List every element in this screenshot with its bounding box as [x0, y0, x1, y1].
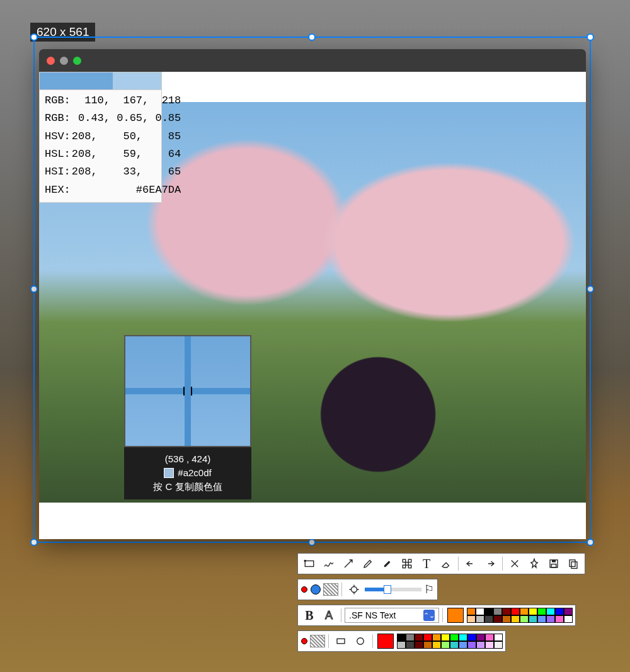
- hsl-label: HSL:: [45, 146, 71, 162]
- palette-cell[interactable]: [432, 641, 441, 649]
- palette-cell[interactable]: [467, 608, 476, 615]
- stroke-thick-icon[interactable]: [311, 584, 321, 595]
- palette-cell[interactable]: [450, 641, 459, 649]
- svg-point-15: [357, 638, 364, 645]
- resize-handle-tl[interactable]: [30, 33, 38, 41]
- arrow-tool[interactable]: [340, 555, 357, 572]
- redo-button[interactable]: [481, 555, 499, 572]
- close-window-icon[interactable]: [47, 57, 55, 65]
- palette-cell[interactable]: [484, 615, 493, 623]
- palette-cell[interactable]: [467, 615, 476, 623]
- highlighter-tool[interactable]: [379, 555, 396, 572]
- palette-cell[interactable]: [432, 634, 441, 641]
- palette-cell[interactable]: [415, 641, 423, 649]
- palette-cell[interactable]: [485, 641, 494, 649]
- palette-cell[interactable]: [397, 634, 406, 641]
- rect-tool[interactable]: [301, 555, 318, 572]
- circle-outline-icon[interactable]: [352, 633, 369, 649]
- palette-cell[interactable]: [529, 608, 537, 615]
- palette-cell[interactable]: [476, 641, 485, 649]
- palette-cell[interactable]: [485, 634, 494, 641]
- fill-color-swatch[interactable]: [377, 634, 394, 649]
- resize-handle-tr[interactable]: [587, 33, 594, 41]
- palette-cell[interactable]: [476, 634, 485, 641]
- palette-cell[interactable]: [423, 641, 432, 649]
- hatch-pattern2-icon[interactable]: [310, 635, 325, 647]
- save-button[interactable]: [545, 555, 563, 572]
- zoom-window-icon[interactable]: [73, 57, 81, 65]
- svg-point-13: [352, 587, 357, 593]
- eraser-tool[interactable]: [437, 555, 455, 572]
- palette-cell[interactable]: [484, 608, 493, 615]
- hsi-value: 208, 33, 65: [72, 164, 185, 180]
- palette-cell[interactable]: [441, 634, 450, 641]
- palette-cell[interactable]: [555, 608, 564, 615]
- palette-cell[interactable]: [406, 641, 415, 649]
- dot-small-icon[interactable]: [301, 638, 307, 644]
- palette-cell[interactable]: [415, 634, 423, 641]
- rgb-float-label: RGB:: [45, 110, 71, 127]
- palette-cell[interactable]: [450, 634, 459, 641]
- palette-cell[interactable]: [546, 615, 555, 623]
- outline-button[interactable]: A: [320, 607, 338, 624]
- palette-cell[interactable]: [529, 615, 537, 623]
- pin-button[interactable]: [525, 555, 543, 572]
- palette-cell[interactable]: [467, 641, 476, 649]
- resize-handle-br[interactable]: [587, 538, 594, 546]
- palette-cell[interactable]: [564, 608, 573, 615]
- palette-cell[interactable]: [564, 615, 573, 623]
- palette-cell[interactable]: [537, 615, 546, 623]
- palette-cell[interactable]: [493, 608, 502, 615]
- window-titlebar: [39, 49, 586, 72]
- palette-cell[interactable]: [459, 634, 467, 641]
- resize-handle-bc[interactable]: [308, 538, 316, 546]
- font-select[interactable]: .SF NS Text ⌃⌄: [345, 608, 439, 623]
- palette-cell[interactable]: [520, 608, 529, 615]
- palette-cell[interactable]: [555, 615, 564, 623]
- palette-cell[interactable]: [520, 615, 529, 623]
- svg-rect-12: [571, 562, 577, 569]
- bold-button[interactable]: B: [301, 607, 318, 624]
- stroke-thin-icon[interactable]: [301, 586, 307, 593]
- text-tool[interactable]: T: [418, 555, 435, 572]
- palette-cell[interactable]: [441, 641, 450, 649]
- palette-cell[interactable]: [546, 608, 555, 615]
- palette-cell[interactable]: [494, 634, 503, 641]
- hex-label: HEX:: [45, 182, 71, 198]
- shape-color-palette[interactable]: [397, 634, 503, 649]
- text-color-swatch[interactable]: [447, 608, 464, 623]
- pen-tool[interactable]: [359, 555, 377, 572]
- text-color-palette[interactable]: [467, 608, 573, 623]
- palette-cell[interactable]: [397, 641, 406, 649]
- palette-cell[interactable]: [502, 608, 511, 615]
- palette-cell[interactable]: [494, 641, 503, 649]
- separator: [341, 608, 341, 622]
- palette-cell[interactable]: [537, 608, 546, 615]
- undo-button[interactable]: [462, 555, 479, 572]
- palette-cell[interactable]: [476, 608, 484, 615]
- close-button[interactable]: [506, 555, 524, 572]
- palette-cell[interactable]: [459, 641, 467, 649]
- palette-cell[interactable]: [511, 615, 520, 623]
- resize-handle-mr[interactable]: [587, 285, 594, 293]
- stroke-width-slider[interactable]: [365, 588, 421, 591]
- rgb-value: 110, 167, 218: [72, 93, 185, 109]
- palette-cell[interactable]: [502, 615, 511, 623]
- palette-cell[interactable]: [467, 634, 476, 641]
- slider-thumb[interactable]: [384, 585, 391, 594]
- minimize-window-icon[interactable]: [60, 57, 68, 65]
- palette-cell[interactable]: [493, 615, 502, 623]
- resize-handle-bl[interactable]: [30, 538, 38, 546]
- hatch-pattern-icon[interactable]: [323, 583, 338, 596]
- mosaic-tool[interactable]: [398, 555, 416, 572]
- palette-cell[interactable]: [511, 608, 520, 615]
- target-icon[interactable]: [345, 581, 363, 598]
- resize-handle-ml[interactable]: [30, 285, 38, 293]
- palette-cell[interactable]: [476, 615, 484, 623]
- palette-cell[interactable]: [406, 634, 415, 641]
- rect-outline-icon[interactable]: [332, 633, 350, 649]
- resize-handle-tc[interactable]: [308, 33, 316, 41]
- freehand-tool[interactable]: [320, 555, 338, 572]
- palette-cell[interactable]: [423, 634, 432, 641]
- copy-button[interactable]: [564, 555, 582, 572]
